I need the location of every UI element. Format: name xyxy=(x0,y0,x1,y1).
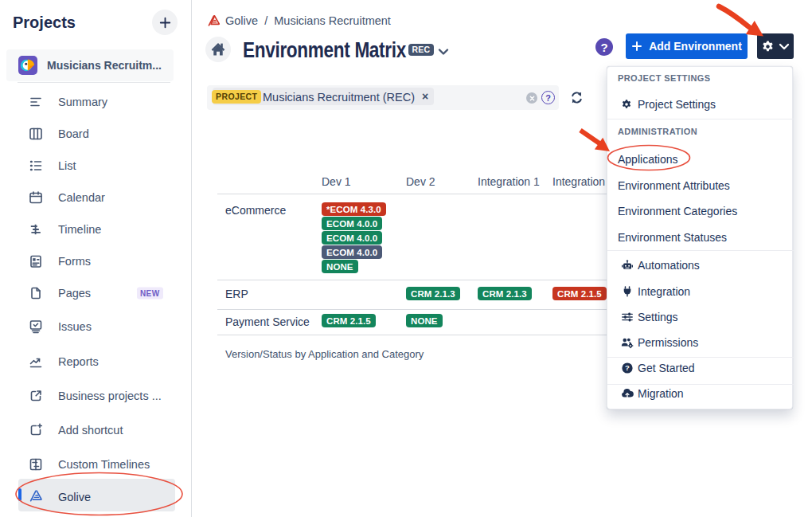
svg-text:?: ? xyxy=(625,363,630,372)
